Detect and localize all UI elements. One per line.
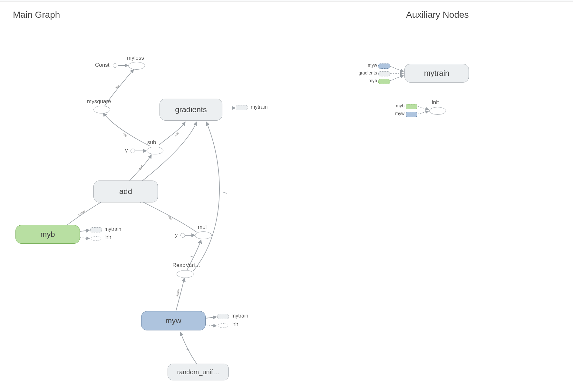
stub-mytrain-from-myb[interactable] [90,227,102,232]
edge-label-rv-scalar: scalar [175,288,180,297]
aux-in-myb2-label: myb [388,103,404,108]
stub-mytrain3-label: mytrain [231,313,248,319]
y2-op[interactable] [180,233,185,238]
edge-add-to-gradients [139,122,197,184]
aux-edge-myb-to-init [418,106,429,110]
sub-label: sub [147,139,156,146]
edge-readvar-to-gradients [193,122,219,271]
y2-label: y [175,232,178,238]
aux-in-grad-label: gradients [354,70,377,75]
edge-myb-to-initstub [80,238,90,239]
myb-text: myb [40,230,55,239]
add-text: add [119,187,132,196]
edge-random-to-myw [180,332,197,364]
edge-label-mul-add: 001 [167,215,173,220]
aux-init-op[interactable] [429,107,446,115]
readvar-op[interactable] [177,270,194,278]
aux-in-myw2-stub[interactable] [406,112,417,117]
edge-sub-to-mysquare [103,113,150,146]
edge-mul-to-add [139,200,197,232]
random-uniform-text: random_unif… [177,368,219,376]
y1-label: y [125,147,128,154]
edge-tick-rv-mul [190,256,194,257]
edge-label-sq-loss: 100 [114,84,120,90]
myloss-op[interactable] [128,62,145,70]
aux-in-myb-stub[interactable] [378,79,390,84]
aux-mytrain-node[interactable]: mytrain [404,64,469,83]
stub-init-label: init [104,235,111,240]
aux-init-label: init [432,99,439,106]
aux-edge-myw-to-init [418,111,429,114]
const-label: Const [95,62,109,68]
sub-op[interactable] [147,147,163,154]
stub-mytrain-label: mytrain [251,104,267,110]
aux-in-myb2-stub[interactable] [406,104,417,109]
aux-in-myw2-label: myw [388,111,404,116]
aux-edge-myb-to-mytrain [390,75,403,81]
gradients-text: gradients [175,105,207,114]
stub-mytrain-from-gradients[interactable] [236,105,248,110]
graph-canvas: 100 001 100 100 scalar 001 scalar [0,0,573,392]
aux-in-grad-stub[interactable] [378,71,390,76]
y1-op[interactable] [131,149,135,153]
edge-label-add-sub: 100 [138,165,144,171]
myw-text: myw [165,316,181,325]
edge-tick-rv-grad [223,192,227,193]
aux-in-myw-label: myw [360,63,377,68]
myb-node[interactable]: myb [15,225,80,244]
mysquare-op[interactable] [93,106,110,113]
add-node[interactable]: add [93,181,158,202]
readvar-label: ReadVari… [172,262,200,269]
stub-init2-label: init [231,322,238,328]
aux-mytrain-text: mytrain [424,69,450,78]
gradients-node[interactable]: gradients [160,99,222,121]
stub-init-from-myw[interactable] [218,323,228,328]
edge-sub-to-gradients [159,122,185,145]
random-uniform-node[interactable]: random_unif… [168,364,229,380]
myloss-label: myloss [127,55,144,61]
mul-label: mul [198,224,207,230]
aux-in-myb-label: myb [360,78,377,83]
edge-myw-to-initstub [206,325,217,326]
aux-in-myw-stub[interactable] [378,64,390,69]
edge-myw-to-mytrainstub [206,317,217,318]
edge-myb-to-mytrainstub [80,230,90,231]
mysquare-label: mysquare [87,98,111,105]
mul-op[interactable] [195,231,212,239]
aux-edge-myw-to-mytrain [390,66,403,72]
myw-node[interactable]: myw [141,311,206,330]
stub-init-from-myb[interactable] [91,236,101,241]
const-op[interactable] [113,63,117,68]
stub-mytrain2-label: mytrain [104,226,121,232]
stub-mytrain-from-myw[interactable] [217,314,229,319]
